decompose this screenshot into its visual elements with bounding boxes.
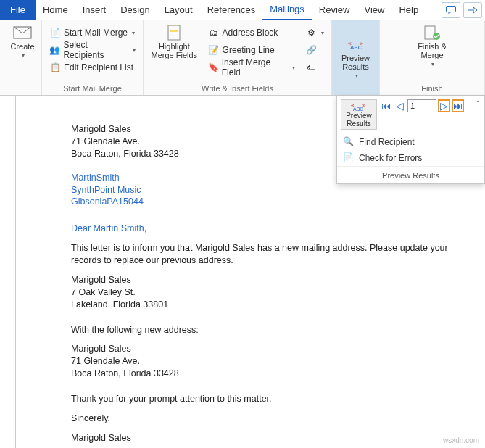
highlight-icon	[165, 25, 183, 41]
match-icon: 🔗	[305, 44, 317, 56]
create-button[interactable]: Create ▾	[4, 22, 41, 62]
update-labels-button[interactable]: 🏷	[302, 59, 327, 75]
tab-layout[interactable]: Layout	[157, 0, 200, 20]
tab-design[interactable]: Design	[113, 0, 157, 20]
file-tab[interactable]: File	[0, 0, 36, 20]
dropdown-footer: Preview Results	[337, 166, 484, 183]
tab-mailings[interactable]: Mailings	[262, 0, 312, 20]
share-button[interactable]	[463, 2, 482, 18]
address-icon: 🗂	[208, 27, 220, 38]
rules-icon: ⚙	[305, 27, 317, 38]
greeting-line-button[interactable]: 📝Greeting Line	[205, 42, 298, 58]
group-label-finish: Finish	[380, 84, 484, 93]
with-new: With the following new address:	[71, 324, 485, 336]
merge-company: SynthPoint Music	[71, 184, 485, 196]
group-finish: Finish & Merge ▾ Finish	[380, 20, 485, 95]
ribbon: Create ▾ 📄Start Mail Merge▾ 👥Select Reci…	[0, 20, 485, 96]
update-icon: 🏷	[305, 62, 317, 73]
new-name: Marigold Sales	[71, 343, 485, 355]
greeting-icon: 📝	[208, 44, 220, 56]
group-label-write: Write & Insert Fields	[144, 84, 331, 93]
start-mail-merge-button[interactable]: 📄Start Mail Merge▾	[46, 25, 138, 41]
preview-results-dropdown: ˄ «»ABC Preview Results ⏮ ◁ ▷ ⏭ 🔍Find Re…	[336, 96, 485, 184]
signature: Marigold Sales	[71, 432, 485, 444]
svg-rect-3	[170, 30, 178, 32]
group-create: Create ▾	[0, 20, 42, 95]
next-record-button[interactable]: ▷	[438, 99, 450, 112]
vertical-ruler	[0, 96, 16, 448]
group-write-insert: Highlight Merge Fields 🗂Address Block 📝G…	[144, 20, 332, 95]
body-paragraph: This letter is to inform you that Marigo…	[71, 242, 448, 267]
select-recipients-button[interactable]: 👥Select Recipients▾	[46, 42, 138, 58]
merge-address: GibsoniaPA15044	[71, 196, 485, 208]
group-start-mail-merge: 📄Start Mail Merge▾ 👥Select Recipients▾ 📋…	[42, 20, 144, 95]
group-preview: «»ABC Preview Results ▾	[332, 20, 380, 95]
field-icon: 🔖	[208, 62, 219, 73]
tab-help[interactable]: Help	[391, 0, 426, 20]
record-navigation: ⏮ ◁ ▷ ⏭	[380, 99, 481, 112]
svg-rect-2	[168, 25, 180, 40]
create-label: Create	[10, 42, 34, 51]
tab-references[interactable]: References	[200, 0, 262, 20]
prev-record-button[interactable]: ◁	[394, 99, 406, 112]
check-icon: 📄	[343, 152, 355, 164]
prev-addr1: 7 Oak Valley St.	[71, 286, 485, 299]
find-recipient-button[interactable]: 🔍Find Recipient	[337, 134, 484, 150]
first-record-button[interactable]: ⏮	[380, 99, 392, 112]
edit-recipient-list-button[interactable]: 📋Edit Recipient List	[46, 59, 138, 75]
search-icon: 🔍	[343, 136, 355, 148]
chevron-down-icon: ▾	[22, 52, 25, 59]
comments-button[interactable]	[442, 2, 460, 18]
check-errors-button[interactable]: 📄Check for Errors	[337, 150, 484, 166]
sincerely: Sincerely,	[71, 412, 485, 425]
prev-name: Marigold Sales	[71, 274, 485, 286]
preview-icon: «»ABC	[347, 36, 365, 52]
tab-view[interactable]: View	[357, 0, 391, 20]
address-block-button[interactable]: 🗂Address Block	[205, 25, 298, 41]
insert-merge-field-button[interactable]: 🔖Insert Merge Field▾	[205, 59, 298, 75]
tab-bar: File Home Insert Design Layout Reference…	[0, 0, 485, 20]
svg-rect-0	[447, 6, 456, 12]
finish-icon	[423, 25, 442, 41]
new-addr1: 71 Glendale Ave.	[71, 355, 485, 368]
highlight-merge-fields-button[interactable]: Highlight Merge Fields	[148, 22, 201, 75]
preview-results-mini[interactable]: «»ABC Preview Results	[341, 99, 377, 130]
last-record-button[interactable]: ⏭	[452, 99, 464, 112]
svg-text:ABC: ABC	[353, 107, 363, 112]
record-number-input[interactable]	[407, 99, 436, 112]
collapse-icon[interactable]: ˄	[476, 99, 480, 107]
prev-addr2: Lakeland, Florida 33801	[71, 299, 485, 311]
rules-button[interactable]: ⚙▾	[302, 25, 327, 41]
list-icon: 📋	[49, 62, 61, 73]
thanks: Thank you for your prompt attention to t…	[71, 393, 485, 405]
match-fields-button[interactable]: 🔗	[302, 42, 327, 58]
document-icon: 📄	[49, 27, 61, 38]
tab-review[interactable]: Review	[312, 0, 357, 20]
new-addr2: Boca Raton, Florida 33428	[71, 368, 485, 380]
preview-results-button[interactable]: «»ABC Preview Results ▾	[332, 20, 379, 95]
svg-text:ABC: ABC	[350, 44, 362, 50]
finish-merge-button[interactable]: Finish & Merge ▾	[384, 22, 480, 70]
people-icon: 👥	[49, 44, 60, 56]
greeting-line-text: Dear Martin Smith,	[71, 223, 485, 235]
tab-home[interactable]: Home	[36, 0, 75, 20]
tab-insert[interactable]: Insert	[75, 0, 114, 20]
watermark: wsxdn.com	[443, 436, 479, 446]
envelope-icon	[13, 25, 32, 41]
group-label-start: Start Mail Merge	[42, 84, 143, 93]
